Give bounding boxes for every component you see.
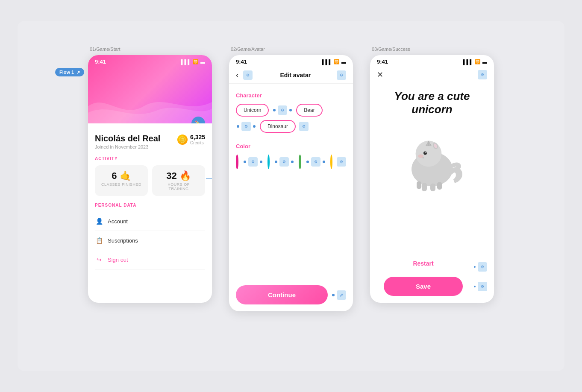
status-bar-3: 9:41 ▌▌▌ 🛜 ▬ xyxy=(370,55,494,67)
account-label: Account xyxy=(108,218,128,225)
character-options: Unicorn ⚙ Bear ⚙ Dinosaur xyxy=(236,104,346,133)
conn-box-char-2[interactable]: ⚙ xyxy=(241,122,251,131)
svg-point-13 xyxy=(423,157,424,158)
color-options: ⚙ ⚙ ⚙ xyxy=(236,155,346,169)
design-canvas: Flow 1 ↗ 01/Game/Start 9:41 ▌▌▌ 🛜 ▬ xyxy=(18,21,564,371)
signout-icon: ↪ xyxy=(95,255,103,264)
unicorn-svg xyxy=(398,125,466,193)
close-button[interactable]: ✕ xyxy=(377,70,383,79)
conn-box-color-3[interactable]: ⚙ xyxy=(311,157,320,167)
save-connector: ⚙ xyxy=(473,282,487,291)
char-conn-1: ⚙ xyxy=(272,104,293,117)
screen3-wrapper: 03/Game/Success 9:41 ▌▌▌ 🛜 ▬ ✕ ⚙ You are xyxy=(370,47,494,303)
success-title: You are a cute unicorn xyxy=(377,90,487,116)
continue-conn-dot xyxy=(331,293,335,297)
restart-button[interactable]: Restart xyxy=(377,257,470,270)
screen2-wrapper: 02/Game/Avatar 9:41 ▌▌▌ 🛜 ▬ ‹ ⚙ Edit ava… xyxy=(229,47,353,311)
header-conn-box-right[interactable]: ⚙ xyxy=(337,70,346,80)
edit-avatar-title: Edit avatar xyxy=(259,72,332,79)
signal-icon: ▌▌▌ xyxy=(181,59,191,64)
screen3-path: 03/Game/Success xyxy=(370,47,410,52)
conn-box-char-3[interactable]: ⚙ xyxy=(299,122,309,131)
conn-box-color-2[interactable]: ⚙ xyxy=(279,157,289,167)
save-row: Save ⚙ xyxy=(370,277,494,296)
color-label: Color xyxy=(236,143,346,149)
svg-point-5 xyxy=(425,152,426,153)
screen1-path: 01/Game/Start xyxy=(88,47,121,52)
flow-label[interactable]: Flow 1 ↗ xyxy=(55,68,84,76)
screen3-body: You are a cute unicorn xyxy=(370,83,494,214)
menu-signout[interactable]: ↪ Sign out xyxy=(95,250,205,269)
credits-coin-icon: 🪙 xyxy=(177,135,188,145)
activity-label: ACTIVITY xyxy=(95,156,205,161)
credits-amount: 6,325 xyxy=(190,134,205,140)
stat-hours: 32 🔥 HOURS OF TRAINING xyxy=(152,165,205,196)
stat-classes: 6 🤙 CLASSES FINISHED xyxy=(95,165,148,196)
time-2: 9:41 xyxy=(236,59,247,65)
save-button[interactable]: Save xyxy=(384,277,463,296)
stat-classes-num: 6 🤙 xyxy=(100,170,143,181)
menu-subscriptions[interactable]: 📋 Suscriptions xyxy=(95,231,205,250)
color-yellow[interactable] xyxy=(330,155,333,169)
flow-label-text: Flow 1 xyxy=(59,70,74,75)
color-green[interactable] xyxy=(299,155,301,169)
restart-conn-dot xyxy=(473,265,476,269)
char-unicorn[interactable]: Unicorn xyxy=(236,104,269,117)
char-conn-3: ⚙ xyxy=(299,120,309,133)
char-dinosaur[interactable]: Dinosaur xyxy=(260,120,296,133)
connector-line-1 xyxy=(206,178,212,179)
account-icon: 👤 xyxy=(95,217,103,225)
continue-button[interactable]: Continue xyxy=(236,285,328,304)
credits-section: 🪙 6,325 Credits xyxy=(177,134,205,145)
conn-box-char-1[interactable]: ⚙ xyxy=(278,105,287,115)
color-conn-2: ⚙ xyxy=(274,157,294,167)
time-1: 9:41 xyxy=(95,59,106,65)
screen1-phone: 9:41 ▌▌▌ 🛜 ▬ ✏️ xyxy=(88,55,212,303)
time-3: 9:41 xyxy=(377,59,388,65)
conn-box-continue[interactable]: ⇗ xyxy=(337,290,346,300)
char-bear[interactable]: Bear xyxy=(296,104,322,117)
conn-box-restart[interactable]: ⚙ xyxy=(478,262,487,272)
svg-point-12 xyxy=(418,155,423,158)
svg-rect-11 xyxy=(437,182,442,190)
conn-dot-3 xyxy=(236,124,240,129)
back-button[interactable]: ‹ xyxy=(236,70,239,80)
stats-row: 6 🤙 CLASSES FINISHED 32 🔥 HOURS OF TRAIN… xyxy=(95,165,205,196)
status-icons-3: ▌▌▌ 🛜 ▬ xyxy=(463,59,487,64)
flow-icon: ↗ xyxy=(76,70,80,75)
stat-classes-emoji: 🤙 xyxy=(117,170,131,181)
conn-box-save[interactable]: ⚙ xyxy=(478,282,487,291)
color-conn-dot-2 xyxy=(259,160,263,164)
restart-connector: ⚙ xyxy=(473,262,487,272)
conn-box-color-1[interactable]: ⚙ xyxy=(248,157,258,167)
screen1-body: Nicolás del Real Joined in November 2023… xyxy=(88,123,212,276)
personal-data-label: PERSONAL DATA xyxy=(95,203,205,208)
status-bar-1: 9:41 ▌▌▌ 🛜 ▬ xyxy=(88,55,212,67)
signal-icon-3: ▌▌▌ xyxy=(463,59,473,64)
stat-hours-label: HOURS OF TRAINING xyxy=(157,182,200,191)
svg-point-4 xyxy=(423,152,427,155)
menu-account[interactable]: 👤 Account xyxy=(95,212,205,231)
color-pink[interactable] xyxy=(236,155,238,169)
header-connector-left: ⚙ xyxy=(243,70,253,80)
profile-header: Nicolás del Real Joined in November 2023… xyxy=(95,134,205,149)
wifi-icon-2: 🛜 xyxy=(334,59,340,64)
battery-icon: ▬ xyxy=(200,59,205,64)
color-conn-dot-6 xyxy=(322,160,326,164)
battery-icon-3: ▬ xyxy=(482,59,487,64)
header-conn-box-left[interactable]: ⚙ xyxy=(243,70,253,80)
color-cyan[interactable] xyxy=(267,155,270,169)
character-label: Character xyxy=(236,92,346,99)
screen1-hero: 9:41 ▌▌▌ 🛜 ▬ ✏️ xyxy=(88,55,212,123)
close-connector: ⚙ xyxy=(478,70,487,79)
conn-box-color-4[interactable]: ⚙ xyxy=(337,157,346,167)
restart-row: Restart ⚙ xyxy=(370,257,494,277)
profile-joined: Joined in November 2023 xyxy=(95,144,160,149)
color-conn-dot-5 xyxy=(306,160,310,164)
screen1-connector: ⚙ xyxy=(206,174,212,183)
conn-box-close[interactable]: ⚙ xyxy=(478,70,487,79)
wifi-icon-3: 🛜 xyxy=(475,59,481,64)
screen3-close-row: ✕ ⚙ xyxy=(370,67,494,83)
screen2-header: ‹ ⚙ Edit avatar ⚙ xyxy=(229,67,353,84)
color-conn-dot-4 xyxy=(290,160,294,164)
